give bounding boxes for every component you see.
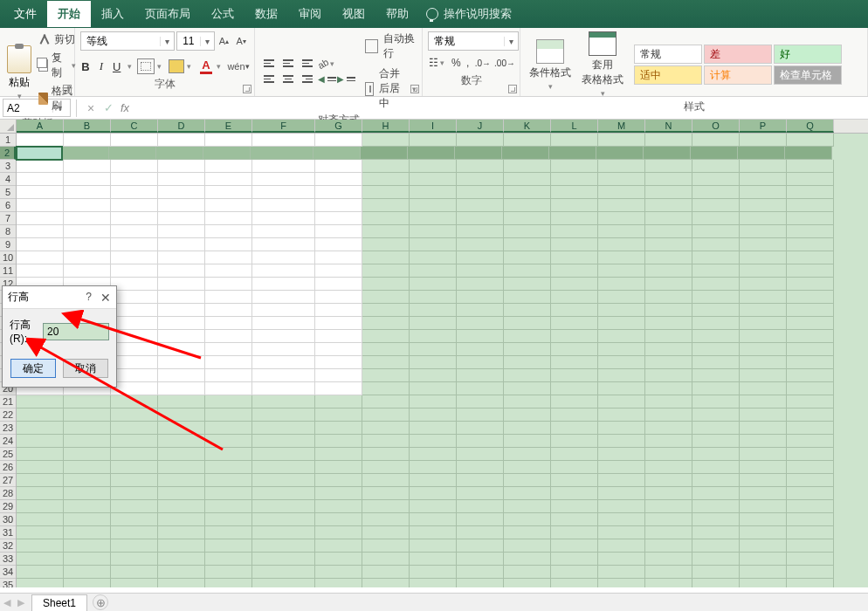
cell-F30[interactable]: [252, 513, 315, 526]
cell-P34[interactable]: [740, 566, 787, 579]
cell-L2[interactable]: [549, 147, 596, 160]
cell-L27[interactable]: [551, 474, 598, 487]
cell-G31[interactable]: [315, 526, 362, 539]
cell-L15[interactable]: [551, 317, 598, 330]
cell-L13[interactable]: [551, 291, 598, 304]
cell-O15[interactable]: [692, 317, 740, 330]
cell-P7[interactable]: [740, 212, 787, 225]
cell-A27[interactable]: [17, 474, 64, 487]
cell-E30[interactable]: [205, 513, 252, 526]
tab-insert[interactable]: 插入: [91, 1, 134, 27]
formula-enter-button[interactable]: ✓: [100, 101, 117, 114]
cell-M21[interactable]: [598, 395, 645, 408]
cell-D6[interactable]: [158, 199, 205, 212]
cell-F3[interactable]: [252, 160, 315, 173]
cell-D31[interactable]: [158, 526, 205, 539]
increase-font-button[interactable]: A▴: [217, 33, 232, 49]
cell-J26[interactable]: [457, 461, 504, 474]
cell-M32[interactable]: [598, 539, 645, 553]
cell-A26[interactable]: [17, 461, 64, 474]
number-dialog-launcher[interactable]: [508, 85, 517, 93]
cell-Q11[interactable]: [787, 264, 834, 278]
cell-H10[interactable]: [362, 251, 410, 264]
col-header-H[interactable]: H: [362, 120, 410, 133]
cell-D7[interactable]: [158, 212, 205, 225]
row-header-31[interactable]: 31: [0, 526, 16, 539]
cell-H18[interactable]: [362, 356, 410, 369]
cell-J14[interactable]: [457, 304, 504, 317]
cell-M2[interactable]: [596, 147, 644, 160]
row-header-2[interactable]: 2: [0, 147, 16, 160]
cell-A29[interactable]: [17, 500, 64, 513]
cell-H28[interactable]: [362, 487, 410, 500]
cell-K18[interactable]: [504, 356, 551, 369]
cell-F26[interactable]: [252, 461, 315, 474]
cell-F17[interactable]: [252, 343, 315, 356]
cell-P11[interactable]: [740, 264, 787, 278]
cell-I16[interactable]: [410, 330, 457, 343]
cell-F10[interactable]: [252, 251, 315, 264]
cell-H29[interactable]: [362, 500, 410, 513]
cell-Q3[interactable]: [787, 160, 834, 173]
cell-O3[interactable]: [692, 160, 740, 173]
cell-K27[interactable]: [504, 474, 551, 487]
cell-A28[interactable]: [17, 487, 64, 500]
cell-O33[interactable]: [692, 553, 740, 566]
cell-C22[interactable]: [111, 408, 158, 422]
decrease-indent-button[interactable]: ◀: [318, 72, 335, 87]
cell-I17[interactable]: [410, 343, 457, 356]
cell-I2[interactable]: [408, 147, 455, 160]
cell-G23[interactable]: [315, 422, 362, 435]
cell-B8[interactable]: [64, 225, 111, 238]
cell-H6[interactable]: [362, 199, 410, 212]
cell-D19[interactable]: [158, 369, 205, 382]
cell-J34[interactable]: [457, 566, 504, 579]
col-header-O[interactable]: O: [692, 120, 740, 133]
cell-M30[interactable]: [598, 513, 645, 526]
cell-C35[interactable]: [111, 579, 158, 587]
cell-M26[interactable]: [598, 461, 645, 474]
cell-M24[interactable]: [598, 435, 645, 448]
align-right-button[interactable]: [299, 72, 316, 87]
col-header-E[interactable]: E: [205, 120, 252, 133]
cell-F35[interactable]: [252, 579, 315, 587]
number-format-combo[interactable]: 常规▾: [428, 31, 519, 51]
cell-G22[interactable]: [315, 408, 362, 422]
tell-me-search[interactable]: 操作说明搜索: [426, 6, 512, 22]
cell-Q27[interactable]: [787, 474, 834, 487]
cell-F29[interactable]: [252, 500, 315, 513]
cell-L19[interactable]: [551, 369, 598, 382]
cell-Q18[interactable]: [787, 356, 834, 369]
cell-J23[interactable]: [457, 422, 504, 435]
cell-E7[interactable]: [205, 212, 252, 225]
bold-button[interactable]: B: [80, 58, 91, 75]
cell-L16[interactable]: [551, 330, 598, 343]
cell-B32[interactable]: [64, 539, 111, 553]
cell-P15[interactable]: [740, 317, 787, 330]
cell-C15[interactable]: [111, 317, 158, 330]
cell-P4[interactable]: [740, 173, 787, 186]
cell-E27[interactable]: [205, 474, 252, 487]
cell-G26[interactable]: [315, 461, 362, 474]
cell-O1[interactable]: [692, 134, 740, 147]
cell-L4[interactable]: [551, 173, 598, 186]
cell-P32[interactable]: [740, 539, 787, 553]
cell-H14[interactable]: [362, 304, 410, 317]
row-header-7[interactable]: 7: [0, 212, 16, 225]
cell-I11[interactable]: [410, 264, 457, 278]
cell-N4[interactable]: [645, 173, 692, 186]
cell-I24[interactable]: [410, 435, 457, 448]
cell-P3[interactable]: [740, 160, 787, 173]
cell-O22[interactable]: [692, 408, 740, 422]
add-sheet-button[interactable]: ⊕: [93, 594, 108, 610]
cell-E21[interactable]: [205, 395, 252, 408]
cell-M15[interactable]: [598, 317, 645, 330]
cell-N20[interactable]: [645, 382, 692, 395]
cell-N23[interactable]: [645, 422, 692, 435]
tab-review[interactable]: 审阅: [288, 1, 332, 27]
cell-F5[interactable]: [252, 186, 315, 199]
cell-N26[interactable]: [645, 461, 692, 474]
cell-D20[interactable]: [158, 382, 205, 395]
cell-N6[interactable]: [645, 199, 692, 212]
cell-P5[interactable]: [740, 186, 787, 199]
